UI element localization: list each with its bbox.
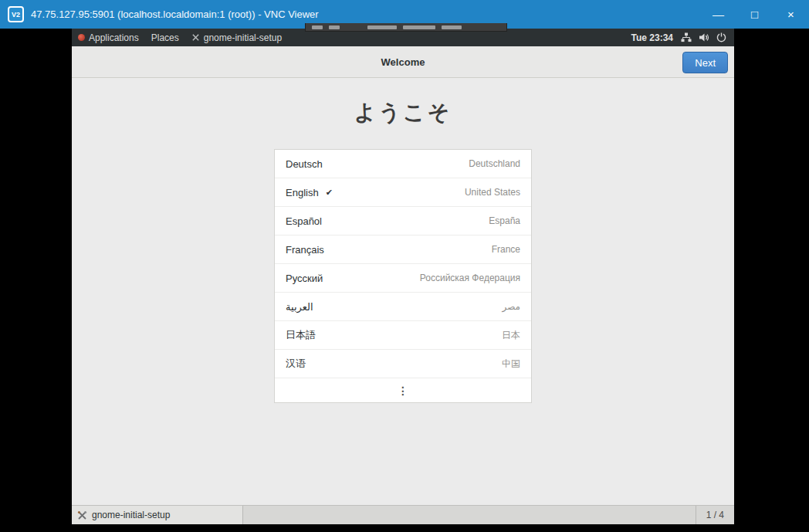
minimize-button[interactable]: — — [700, 0, 736, 29]
vnc-logo-icon: V2 — [8, 6, 24, 22]
language-name: 汉语 — [286, 357, 306, 371]
active-app-menu[interactable]: gnome-initial-setup — [185, 29, 288, 46]
active-app-menu-label: gnome-initial-setup — [204, 32, 282, 43]
maximize-button[interactable]: □ — [736, 0, 773, 29]
selected-check-icon: ✔ — [326, 188, 333, 198]
language-row[interactable]: Deutsch Deutschland — [275, 150, 531, 178]
language-list: Deutsch Deutschland English ✔ United Sta… — [274, 149, 532, 403]
network-icon — [681, 32, 692, 42]
language-more-row[interactable]: ⋮ — [275, 378, 531, 402]
header-bar: Welcome Next — [72, 46, 734, 78]
volume-icon — [699, 32, 709, 42]
applications-menu-label: Applications — [89, 32, 139, 43]
more-icon: ⋮ — [398, 385, 408, 397]
language-row[interactable]: 汉语 中国 — [275, 350, 531, 378]
clock[interactable]: Tue 23:34 — [631, 32, 673, 43]
language-region: España — [489, 215, 520, 226]
language-region: Deutschland — [469, 158, 520, 169]
welcome-heading: ようこそ — [72, 98, 734, 127]
language-region: 日本 — [502, 329, 520, 342]
remote-desktop: Applications Places gnome-initial-setup … — [72, 29, 734, 524]
workspace-pager[interactable]: 1 / 4 — [696, 506, 734, 524]
welcome-page: ようこそ Deutsch Deutschland English ✔ Unite… — [72, 78, 734, 505]
vnc-toolbar-segment — [312, 25, 323, 29]
app-tool-icon — [191, 33, 200, 42]
vnc-window-title: 47.75.127.95:5901 (localhost.localdomain… — [31, 8, 319, 20]
taskbar-window-button[interactable]: gnome-initial-setup — [72, 506, 243, 524]
language-name: Español — [286, 215, 322, 227]
taskbar-window-label: gnome-initial-setup — [92, 510, 170, 520]
language-name: Français — [286, 244, 324, 256]
topbar-status-area: Tue 23:34 — [631, 29, 734, 46]
language-row[interactable]: العربية مصر — [275, 293, 531, 321]
power-icon — [716, 32, 726, 42]
language-row[interactable]: Español España — [275, 207, 531, 236]
vnc-toolbar-peek[interactable] — [305, 23, 507, 32]
window-controls: — □ × — [700, 0, 809, 29]
close-button[interactable]: × — [773, 0, 809, 29]
language-name: Русский — [286, 273, 323, 284]
gnome-taskbar: gnome-initial-setup 1 / 4 — [72, 505, 734, 524]
language-row[interactable]: Русский Российская Федерация — [275, 264, 531, 293]
vnc-logo-text: V2 — [12, 11, 20, 19]
vnc-toolbar-segment — [329, 25, 340, 29]
places-menu[interactable]: Places — [145, 29, 185, 46]
applications-menu[interactable]: Applications — [72, 29, 145, 46]
page-title: Welcome — [381, 56, 425, 68]
language-region: Российская Федерация — [420, 273, 520, 283]
language-region: France — [492, 244, 520, 255]
status-icons[interactable] — [681, 32, 726, 42]
language-name: العربية — [286, 301, 313, 313]
vnc-viewer-window: V2 47.75.127.95:5901 (localhost.localdom… — [0, 0, 809, 532]
language-name: English — [286, 187, 319, 198]
vnc-toolbar-segment — [367, 25, 397, 29]
language-region: مصر — [503, 301, 520, 312]
applications-menu-icon — [78, 34, 85, 41]
initial-setup-window: Welcome Next ようこそ Deutsch Deutschland En… — [72, 46, 734, 505]
language-row[interactable]: English ✔ United States — [275, 178, 531, 207]
language-name: 日本語 — [286, 328, 316, 342]
places-menu-label: Places — [151, 32, 179, 43]
vnc-toolbar-segment — [403, 25, 435, 29]
language-row[interactable]: Français France — [275, 236, 531, 264]
language-row[interactable]: 日本語 日本 — [275, 321, 531, 350]
language-region: 中国 — [502, 357, 520, 371]
language-region: United States — [465, 187, 520, 198]
next-button[interactable]: Next — [682, 52, 728, 73]
taskbar-app-icon — [77, 510, 87, 520]
language-name: Deutsch — [286, 158, 323, 170]
vnc-toolbar-segment — [442, 25, 462, 29]
